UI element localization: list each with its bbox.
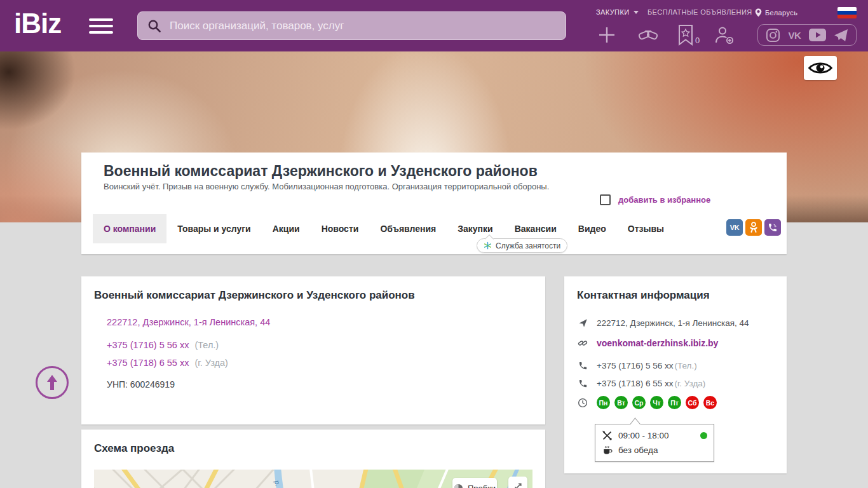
eye-icon (808, 60, 832, 76)
snowflake-icon (484, 241, 492, 250)
vk-badge[interactable]: VK (726, 219, 743, 236)
day-badge-thu[interactable]: Чт (650, 396, 663, 409)
phone-note: (Тел.) (194, 340, 219, 350)
page-title: Военный комиссариат Дзержинского и Узден… (104, 163, 538, 180)
link-icon (577, 338, 588, 348)
map-card-title: Схема проезда (94, 442, 174, 455)
tab-reviews[interactable]: Отзывы (617, 214, 675, 243)
phone-note: (Тел.) (674, 361, 696, 370)
service-tag-tooltip[interactable]: Служба занятости (477, 238, 567, 253)
day-badge-sun[interactable]: Вс (703, 396, 717, 409)
company-social-links: VK (726, 219, 781, 236)
ok-badge[interactable] (745, 219, 762, 236)
phone-row: +375 (1716) 5 56 xx (Тел.) (107, 340, 219, 350)
contact-card-title: Контактная информация (577, 289, 710, 302)
navigation-arrow-icon (577, 318, 588, 328)
working-days-row: Пн Вт Ср Чт Пт Сб Вс (577, 396, 717, 409)
vk-icon[interactable]: VK (788, 30, 801, 41)
phone-number[interactable]: +375 (1716) 5 56 xx (597, 361, 673, 370)
phone-note: (г. Узда) (674, 379, 705, 388)
site-header: iBiz ЗАКУПКИ БЕСПЛАТНЫЕ ОБЪЯВЛЕНИЯ Белар… (0, 0, 868, 51)
working-hours-tooltip: 09:00 - 18:00 без обеда (595, 424, 714, 462)
ok-icon (749, 222, 759, 233)
unp-number: УНП: 600246919 (107, 379, 175, 390)
coffee-icon (602, 445, 613, 455)
day-badge-mon[interactable]: Пн (597, 396, 610, 409)
service-tag-label: Служба занятости (496, 241, 560, 250)
contact-phone-row: +375 (1718) 6 55 xx(г. Узда) (577, 379, 705, 388)
tab-news[interactable]: Новости (311, 214, 370, 243)
day-badge-tue[interactable]: Вт (614, 396, 628, 409)
day-badge-fri[interactable]: Пт (668, 396, 681, 409)
user-add-icon[interactable] (714, 25, 735, 44)
company-subtitle: Воинский учёт. Призыв на военную службу.… (104, 182, 549, 191)
phone-number-link[interactable]: +375 (1716) 5 56 xx (107, 340, 189, 350)
telegram-icon[interactable] (834, 29, 848, 42)
phone-note: (г. Узда) (194, 358, 228, 368)
viber-icon (768, 222, 778, 233)
arrow-up-icon (44, 374, 60, 391)
tab-ads[interactable]: Объявления (369, 214, 447, 243)
company-address-link[interactable]: 222712, Дзержинск, 1-я Ленинская, 44 (107, 317, 270, 327)
map-card: Схема проезда р. Не (81, 430, 545, 488)
tab-products[interactable]: Товары и услуги (166, 214, 261, 243)
company-website-link[interactable]: voenkomat-derzhinsk.ibiz.by (597, 338, 718, 348)
traffic-button[interactable]: Пробки (452, 478, 497, 488)
handshake-icon[interactable] (637, 25, 660, 44)
working-hours: 09:00 - 18:00 (618, 431, 669, 440)
clock-icon (577, 398, 588, 408)
day-badges: Пн Вт Ср Чт Пт Сб Вс (597, 396, 717, 409)
favorites-count: 0 (695, 36, 700, 45)
language-flag-ru[interactable] (837, 7, 857, 18)
instagram-icon[interactable] (766, 28, 780, 43)
day-badge-wed[interactable]: Ср (632, 396, 646, 409)
location-pin-icon (755, 8, 762, 17)
company-header-card: Военный комиссариат Дзержинского и Узден… (81, 152, 787, 254)
header-social-links: VK (757, 24, 857, 46)
youtube-icon[interactable] (809, 29, 826, 41)
company-tabs: О компании Товары и услуги Акции Новости… (93, 214, 675, 243)
nav-country[interactable]: Беларусь (755, 8, 797, 17)
favorite-checkbox[interactable] (600, 194, 611, 205)
info-card-title: Военный комиссариат Дзержинского и Узден… (94, 289, 415, 302)
contact-address-row: 222712, Дзержинск, 1-я Ленинская, 44 (577, 318, 749, 328)
header-icon-row: 0 VK (0, 23, 868, 48)
viber-badge[interactable] (764, 219, 781, 236)
contact-phone-row: +375 (1716) 5 56 xx(Тел.) (577, 361, 697, 370)
favorites-bookmark-icon[interactable] (677, 24, 694, 46)
tools-icon (602, 430, 613, 441)
phone-icon (577, 361, 588, 370)
phone-row: +375 (1718) 6 55 xx (г. Узда) (107, 358, 228, 368)
open-now-indicator (700, 432, 707, 439)
traffic-label: Пробки (468, 484, 496, 488)
add-to-favorites[interactable]: добавить в избранное (600, 194, 710, 205)
traffic-icon (454, 484, 463, 488)
contact-address: 222712, Дзержинск, 1-я Ленинская, 44 (597, 318, 749, 328)
add-company-icon[interactable] (597, 25, 616, 44)
favorite-label: добавить в избранное (618, 195, 710, 205)
tab-promos[interactable]: Акции (262, 214, 311, 243)
tab-video[interactable]: Видео (567, 214, 617, 243)
expand-icon (513, 482, 523, 488)
accessibility-eye-button[interactable] (804, 56, 837, 80)
contact-website-row: voenkomat-derzhinsk.ibiz.by (577, 338, 718, 348)
lunch-info: без обеда (618, 445, 658, 455)
phone-number-link[interactable]: +375 (1718) 6 55 xx (107, 358, 189, 368)
map[interactable]: р. Не Пробки (94, 470, 532, 488)
scroll-to-top-button[interactable] (36, 366, 69, 399)
phone-icon (577, 379, 588, 388)
day-badge-sat[interactable]: Сб (686, 396, 699, 409)
phone-number[interactable]: +375 (1718) 6 55 xx (597, 379, 673, 388)
chevron-down-icon (634, 11, 639, 14)
nav-zakupki[interactable]: ЗАКУПКИ (596, 8, 639, 16)
map-expand-button[interactable] (508, 477, 527, 488)
nav-free-ads[interactable]: БЕСПЛАТНЫЕ ОБЪЯВЛЕНИЯ (648, 8, 752, 16)
contact-info-card: Контактная информация 222712, Дзержинск,… (564, 276, 787, 473)
company-info-card: Военный комиссариат Дзержинского и Узден… (81, 276, 545, 424)
tab-about[interactable]: О компании (93, 214, 166, 243)
